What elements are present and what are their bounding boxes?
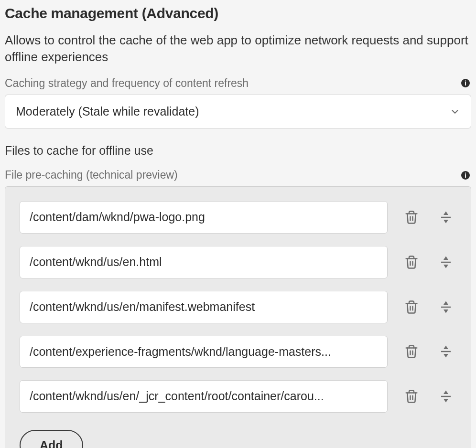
files-label: File pre-caching (technical preview) [5, 168, 178, 182]
svg-rect-4 [465, 174, 466, 178]
strategy-selected-value: Moderately (Stale while revalidate) [16, 104, 199, 120]
delete-file-button[interactable] [401, 386, 422, 407]
file-row: /content/experience-fragments/wknd/langu… [20, 336, 456, 368]
svg-rect-1 [465, 82, 466, 85]
reorder-file-button[interactable] [435, 252, 456, 273]
svg-marker-24 [444, 346, 448, 350]
reorder-icon [439, 389, 453, 404]
reorder-icon [439, 344, 453, 359]
delete-file-button[interactable] [401, 252, 422, 273]
info-icon [461, 78, 470, 88]
section-description: Allows to control the cache of the web a… [5, 32, 471, 65]
svg-marker-9 [444, 212, 448, 215]
trash-icon [404, 255, 419, 269]
svg-rect-23 [441, 351, 451, 352]
svg-marker-29 [444, 391, 448, 395]
trash-icon [404, 210, 419, 224]
strategy-info-button[interactable] [460, 77, 471, 89]
svg-rect-5 [465, 172, 466, 173]
reorder-file-button[interactable] [435, 207, 456, 228]
files-heading: Files to cache for offline use [5, 143, 471, 159]
svg-marker-15 [444, 265, 448, 268]
file-row: /content/wknd/us/en.html [20, 246, 456, 278]
chevron-down-icon [450, 107, 460, 117]
strategy-select[interactable]: Moderately (Stale while revalidate) [5, 95, 471, 129]
file-path-input[interactable]: /content/dam/wknd/pwa-logo.png [20, 201, 388, 234]
file-path-input[interactable]: /content/wknd/us/en.html [20, 246, 388, 278]
reorder-icon [439, 210, 453, 224]
reorder-file-button[interactable] [435, 341, 456, 362]
strategy-label-row: Caching strategy and frequency of conten… [5, 76, 471, 91]
file-row: /content/dam/wknd/pwa-logo.png [20, 201, 456, 234]
svg-rect-13 [441, 262, 451, 263]
reorder-icon [439, 300, 453, 314]
file-path-input[interactable]: /content/wknd/us/en/manifest.webmanifest [20, 291, 388, 323]
add-file-button[interactable]: Add [20, 430, 83, 448]
svg-marker-10 [444, 220, 448, 224]
reorder-file-button[interactable] [435, 386, 456, 407]
file-path-input[interactable]: /content/experience-fragments/wknd/langu… [20, 336, 388, 368]
section-title: Cache management (Advanced) [5, 4, 471, 23]
trash-icon [404, 389, 419, 404]
trash-icon [404, 300, 419, 314]
svg-marker-30 [444, 399, 448, 403]
delete-file-button[interactable] [401, 341, 422, 362]
trash-icon [404, 344, 419, 359]
reorder-icon [439, 255, 453, 269]
svg-rect-8 [441, 217, 451, 218]
svg-marker-19 [444, 301, 448, 305]
svg-marker-20 [444, 309, 448, 313]
file-row: /content/wknd/us/en/manifest.webmanifest [20, 291, 456, 323]
info-icon [461, 171, 470, 180]
svg-marker-25 [444, 354, 448, 358]
delete-file-button[interactable] [401, 297, 422, 318]
reorder-file-button[interactable] [435, 297, 456, 318]
file-row: /content/wknd/us/en/_jcr_content/root/co… [20, 380, 456, 413]
files-info-button[interactable] [460, 170, 471, 181]
files-label-row: File pre-caching (technical preview) [5, 168, 471, 182]
strategy-label: Caching strategy and frequency of conten… [5, 76, 249, 91]
svg-rect-18 [441, 306, 451, 308]
file-path-input[interactable]: /content/wknd/us/en/_jcr_content/root/co… [20, 380, 388, 413]
svg-rect-2 [465, 81, 466, 82]
svg-rect-28 [441, 396, 451, 397]
svg-marker-14 [444, 256, 448, 260]
delete-file-button[interactable] [401, 207, 422, 228]
file-precaching-panel: /content/dam/wknd/pwa-logo.png /content/… [5, 186, 471, 448]
